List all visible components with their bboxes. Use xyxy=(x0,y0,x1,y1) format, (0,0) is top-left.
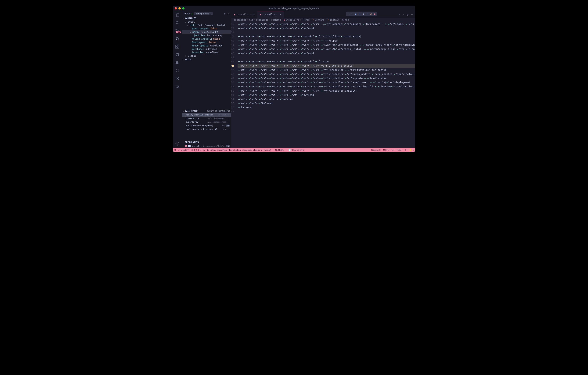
svg-rect-9 xyxy=(176,47,177,48)
breakpoint-dot-icon xyxy=(185,145,187,147)
breadcrumb[interactable]: cocoapods› lib› cocoapods› command› ◆ in… xyxy=(231,18,415,22)
watch-section: ⌄WATCH xyxy=(182,58,231,61)
var-entries[interactable]: @entries: Empty Array xyxy=(182,34,231,37)
svg-rect-8 xyxy=(176,45,177,46)
svg-rect-13 xyxy=(176,62,177,63)
debug-toolbar[interactable]: ⋮⋮ ▶ ↷ ↓ ↑ ↺ ◼ xyxy=(346,12,377,16)
problems-indicator[interactable]: ⓧ 0 ⚠ 0 ⓘ 97 xyxy=(191,149,205,152)
var-ansi[interactable]: @ansi_output: false xyxy=(182,27,231,30)
svg-point-20 xyxy=(177,143,178,144)
ruby-icon: ◆ xyxy=(260,13,261,16)
branch-indicator[interactable]: ⎇ master* xyxy=(178,149,189,151)
remote-icon[interactable] xyxy=(175,84,179,89)
tab-install[interactable]: ◆install.rb✕ xyxy=(257,11,284,18)
callstack-frame[interactable]: verify_podfile_exists!install.rb xyxy=(182,113,231,117)
callstack-frame[interactable]: eval content, binding, $0ruby... xyxy=(182,127,231,131)
svg-rect-15 xyxy=(176,61,177,62)
spacer xyxy=(182,61,231,109)
debug-sidebar: DEBUG ▶ Debug Cocoa ▾ ⚙ ▢ ⌄VARIABLES ⌄Lo… xyxy=(182,11,231,148)
titlebar: install.rb — debug_cocoapods_plugins_in_… xyxy=(173,6,415,11)
code-content[interactable]: ="ws">·="ws">·="ws">·="ws">·="ws">·="ws"… xyxy=(238,22,415,148)
indentation[interactable]: Spaces: 2 xyxy=(371,149,381,151)
breakpoints-section: ⌄BREAKPOINTS ✓ install.rb cocoapods/lib/… xyxy=(182,141,231,148)
callstack-frame[interactable]: Pod::Command.run(ARGV)pod56 xyxy=(182,124,231,127)
settings-icon[interactable] xyxy=(175,142,179,146)
svg-rect-10 xyxy=(178,47,179,48)
svg-rect-1 xyxy=(177,14,179,17)
svg-rect-12 xyxy=(176,62,176,63)
vscode-window: install.rb — debug_cocoapods_plugins_in_… xyxy=(173,6,415,152)
svg-point-2 xyxy=(176,21,178,23)
step-over-icon[interactable]: ↷ xyxy=(359,12,360,15)
notifications-icon[interactable]: 🔔 1 xyxy=(409,149,414,151)
traffic-lights xyxy=(175,7,185,10)
callstack-frame[interactable]: command.run.../claide/command.... xyxy=(182,117,231,120)
maximize-window[interactable] xyxy=(182,7,185,10)
stop-icon[interactable]: ◼ xyxy=(374,12,376,15)
more-icon[interactable]: ⋯ xyxy=(411,13,413,16)
eol[interactable]: LF xyxy=(392,149,394,151)
close-tab-icon[interactable]: ✕ xyxy=(280,13,281,16)
scope-global[interactable]: ›Global xyxy=(182,54,231,58)
svg-point-4 xyxy=(176,29,177,30)
live-share-icon[interactable] xyxy=(175,76,179,81)
debug-icon[interactable] xyxy=(175,36,179,41)
extensions-icon[interactable] xyxy=(175,44,179,49)
code-editor[interactable]: 36373839⌄404142434445⌄464748495051525354… xyxy=(231,22,415,148)
tab-installer[interactable]: ◆installer.rb xyxy=(231,11,257,18)
window-title: install.rb — debug_cocoapods_plugins_in_… xyxy=(269,7,319,10)
variables-section: ⌄VARIABLES ⌄Local ⌄self: Pod::Command::I… xyxy=(182,16,231,58)
workbench: 255 DEBUG ▶ Debug Cocoa ▾ ⚙ ▢ ⌄VARIABLES xyxy=(173,11,415,148)
remote-indicator[interactable]: ⟩⟨ xyxy=(174,149,176,151)
restart-icon[interactable]: ↺ xyxy=(370,12,372,15)
var-clean[interactable]: @clean_install: false xyxy=(182,37,231,41)
breakpoints-header[interactable]: ⌄BREAKPOINTS xyxy=(182,141,231,144)
compare-icon[interactable]: ⇄ xyxy=(399,13,400,16)
var-argv[interactable]: ⌄@argv: CLAide::ARGV xyxy=(182,30,231,34)
callstack-section: ⌄CALL STACKPAUSED ON BREAKPOINT verify_p… xyxy=(182,109,231,131)
debug-settings-icon[interactable]: ⚙ xyxy=(224,12,226,15)
var-repo[interactable]: @repo_update: undefined xyxy=(182,44,231,47)
encoding[interactable]: UTF-8 xyxy=(383,149,389,151)
callstack-header[interactable]: ⌄CALL STACKPAUSED ON BREAKPOINT xyxy=(182,109,231,113)
source-control-icon[interactable]: 255 xyxy=(175,28,179,33)
var-self[interactable]: ⌄self: Pod::Command::Install xyxy=(182,23,231,27)
tab-bar: ◆installer.rb ◆install.rb✕ ⋮⋮ ▶ ↷ ↓ ↑ ↺ … xyxy=(231,11,415,18)
step-out-icon[interactable]: ↑ xyxy=(367,12,368,15)
svg-line-3 xyxy=(178,23,179,24)
callstack-frame[interactable]: super(argv).../cocoapods/com... xyxy=(182,120,231,124)
breakpoint-checkbox[interactable]: ✓ xyxy=(188,145,190,147)
var-verbose[interactable]: @verbose: undefined xyxy=(182,47,231,51)
docker-icon[interactable] xyxy=(175,60,179,65)
github-icon[interactable] xyxy=(175,52,179,57)
var-deploy[interactable]: @deployment: false xyxy=(182,41,231,44)
time-tracker[interactable]: 🕐 6 hrs 29 mins xyxy=(288,149,304,151)
run-icon[interactable]: ▷ xyxy=(403,13,404,16)
status-bar: ⟩⟨ ⎇ master* ⓧ 0 ⚠ 0 ⓘ 97 ▶ Debug CocoaP… xyxy=(173,148,415,152)
start-debug-icon[interactable]: ▶ xyxy=(192,12,193,15)
var-installer[interactable]: installer: undefined xyxy=(182,51,231,54)
feedback-icon[interactable]: ☺ xyxy=(404,149,407,151)
close-window[interactable] xyxy=(175,7,177,10)
step-into-icon[interactable]: ↓ xyxy=(363,12,364,15)
debug-label: DEBUG xyxy=(184,12,190,15)
minimize-window[interactable] xyxy=(178,7,181,10)
continue-icon[interactable]: ▶ xyxy=(355,12,357,15)
debug-status[interactable]: ▶ Debug CocoaPods Plugin (debug_cocoapod… xyxy=(207,149,271,151)
gitlens-icon[interactable] xyxy=(175,68,179,73)
scope-local[interactable]: ⌄Local xyxy=(182,20,231,23)
language-mode[interactable]: Ruby xyxy=(397,149,402,151)
svg-rect-16 xyxy=(177,61,178,62)
explorer-icon[interactable] xyxy=(175,12,179,17)
debug-header: DEBUG ▶ Debug Cocoa ▾ ⚙ ▢ xyxy=(182,11,231,16)
debug-config-select[interactable]: Debug Cocoa ▾ xyxy=(194,12,213,15)
search-icon[interactable] xyxy=(175,21,179,25)
watch-header[interactable]: ⌄WATCH xyxy=(182,58,231,61)
ruby-icon: ◆ xyxy=(234,13,235,16)
split-icon[interactable]: ◫ xyxy=(407,13,409,16)
svg-rect-11 xyxy=(178,45,179,46)
breakpoint-item[interactable]: ✓ install.rb cocoapods/lib/coc... 46 xyxy=(182,144,231,148)
variables-header[interactable]: ⌄VARIABLES xyxy=(182,16,231,20)
grip-icon[interactable]: ⋮⋮ xyxy=(348,12,353,15)
debug-console-icon[interactable]: ▢ xyxy=(228,12,229,15)
